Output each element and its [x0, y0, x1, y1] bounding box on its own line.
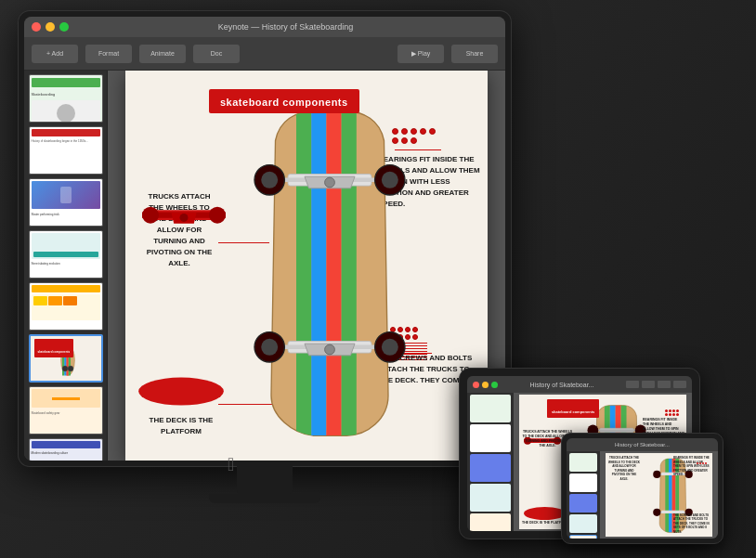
iphone-bearings-text: BEARINGS FIT INSIDE THE WHEELS AND ALLOW… — [673, 456, 710, 477]
truck-icon — [142, 191, 226, 242]
ipad-title: History of Skateboar... — [502, 382, 622, 388]
desktop: Keynote — History of Skateboarding + Add… — [0, 0, 756, 558]
svg-point-25 — [382, 339, 398, 356]
ipad-slides-panel: skate... — [467, 393, 514, 531]
iphone-trucks-text: TRUCKS ATTACH THE WHEELS TO THE DECK AND… — [607, 456, 641, 481]
svg-rect-9 — [296, 108, 311, 442]
iphone-screen: History of Skateboar... — [567, 438, 718, 539]
svg-rect-50 — [669, 458, 672, 534]
svg-point-54 — [653, 471, 660, 478]
toolbar: + Add Format Animate Doc ▶ Play Share — [24, 37, 505, 71]
ipad-toolbar-btn-2[interactable] — [642, 381, 655, 388]
svg-point-26 — [325, 344, 335, 355]
ipad-max-btn[interactable] — [491, 382, 498, 388]
ipad-bearings-dots — [665, 409, 682, 416]
iphone-screws-text: THE SCREWS AND BOLTS ATTACH THE TRUCKS T… — [673, 513, 710, 535]
ipad-deck-icon — [524, 507, 566, 520]
imac-base — [209, 494, 320, 503]
svg-point-30 — [209, 207, 226, 224]
slide-thumb-5[interactable] — [29, 282, 103, 331]
svg-point-58 — [653, 509, 660, 516]
slide-background: skateboard components — [125, 71, 488, 461]
svg-rect-10 — [311, 108, 326, 442]
apple-logo:  — [228, 454, 234, 475]
window-title: Keynote — History of Skateboarding — [73, 22, 498, 32]
iphone-frame: History of Skateboar... — [561, 433, 723, 544]
svg-point-19 — [325, 177, 335, 188]
canvas-area: skateboard components — [108, 71, 505, 461]
iphone-thumb-4[interactable] — [569, 514, 597, 533]
keynote-window: Keynote — History of Skateboarding + Add… — [24, 17, 505, 461]
main-slide: skateboard components — [125, 71, 488, 461]
imac-screen-inner: Keynote — History of Skateboarding + Add… — [24, 17, 505, 461]
ipad-thumb-2[interactable] — [470, 424, 511, 452]
toolbar-play-btn[interactable]: ▶ Play — [398, 45, 444, 63]
slide-thumb-7[interactable]: Skateboard safety gear — [29, 386, 103, 435]
dot-5 — [429, 128, 436, 135]
slide-thumb-8[interactable]: Modern skateboarding culture — [29, 438, 103, 461]
ipad-toolbar-btn-4[interactable] — [673, 381, 686, 388]
deck-icon — [135, 374, 228, 409]
svg-point-31 — [180, 214, 189, 222]
imac-frame: Keynote — History of Skateboarding + Add… — [19, 11, 511, 531]
skateboard-illustration — [246, 80, 413, 461]
minimize-button[interactable] — [46, 22, 55, 32]
titlebar: Keynote — History of Skateboarding — [24, 17, 505, 37]
ipad-close-btn[interactable] — [473, 382, 479, 388]
iphone-slide-content: BEARINGS FIT INSIDE THE WHEELS AND ALLOW… — [606, 453, 712, 537]
toolbar-animate-btn[interactable]: Animate — [139, 45, 186, 63]
iphone-title: History of Skateboar... — [571, 442, 713, 448]
svg-rect-11 — [326, 108, 341, 442]
toolbar-document-btn[interactable]: Doc — [193, 45, 240, 63]
svg-point-8 — [68, 366, 73, 371]
ipad-titlebar: History of Skateboar... — [467, 376, 692, 393]
svg-rect-12 — [342, 108, 357, 442]
imac-screen: Keynote — History of Skateboarding + Add… — [19, 11, 511, 466]
ipad-min-btn[interactable] — [482, 382, 489, 388]
close-button[interactable] — [32, 22, 41, 32]
slide-thumb-4[interactable]: Street skating evolution — [29, 230, 103, 279]
ipad-thumb-4[interactable] — [470, 484, 511, 512]
header-banner: skateboard components — [209, 89, 359, 113]
iphone-thumb-1[interactable] — [569, 453, 597, 472]
imac-stand — [237, 466, 293, 494]
iphone-body: BEARINGS FIT INSIDE THE WHEELS AND ALLOW… — [567, 451, 718, 539]
svg-point-29 — [142, 207, 159, 224]
iphone-slides-panel — [567, 451, 600, 539]
toolbar-share-btn[interactable]: Share — [451, 45, 498, 63]
iphone-dots — [697, 462, 710, 464]
ipad-toolbar-btn-3[interactable] — [658, 381, 671, 388]
svg-point-18 — [382, 172, 398, 188]
toolbar-format-btn[interactable]: Format — [85, 45, 132, 63]
iphone-canvas: BEARINGS FIT INSIDE THE WHEELS AND ALLOW… — [600, 451, 718, 539]
iphone-thumb-5-active[interactable] — [569, 535, 597, 539]
ipad-thumb-1[interactable] — [470, 395, 511, 422]
toolbar-add-btn[interactable]: + Add — [32, 45, 78, 63]
iphone-thumb-3[interactable] — [569, 494, 597, 513]
svg-point-7 — [62, 366, 68, 371]
maximize-button[interactable] — [59, 22, 69, 32]
dot-4 — [420, 128, 426, 135]
slide-thumb-3[interactable]: Skater performing trick — [29, 178, 103, 227]
svg-point-23 — [261, 339, 278, 356]
slide-thumb-6-active[interactable]: skateboard components — [29, 334, 103, 383]
svg-point-16 — [261, 172, 278, 188]
slide-panel[interactable]: Skateboarding History of skateboarding b… — [24, 71, 108, 461]
slide-thumb-1[interactable]: Skateboarding — [29, 74, 103, 123]
deck-annotation: THE DECK IS THE PLATFORM — [144, 415, 218, 437]
keynote-body: Skateboarding History of skateboarding b… — [24, 71, 505, 461]
iphone-titlebar: History of Skateboar... — [567, 438, 718, 451]
svg-point-32 — [138, 378, 224, 406]
svg-rect-49 — [665, 458, 669, 534]
iphone-thumb-2[interactable] — [569, 474, 597, 492]
ipad-toolbar-btn-1[interactable] — [626, 381, 639, 388]
slide-thumb-2[interactable]: History of skateboarding began in the 19… — [29, 126, 103, 175]
ipad-thumb-3[interactable] — [470, 454, 511, 482]
ipad-thumb-5[interactable] — [470, 513, 511, 531]
